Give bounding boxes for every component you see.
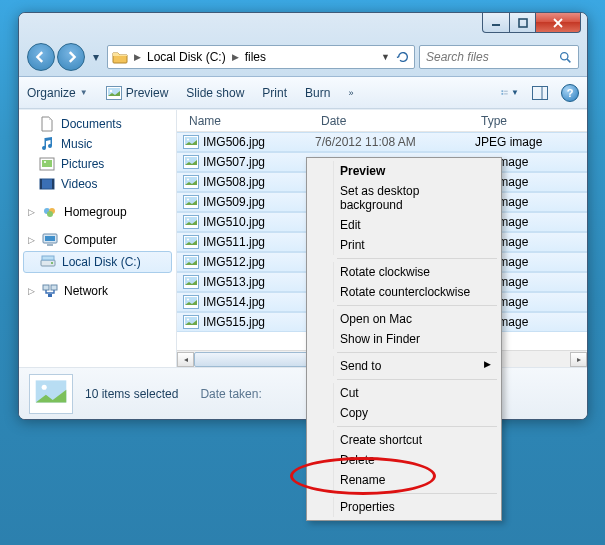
selection-count: 10 items selected (85, 387, 178, 401)
expand-icon[interactable]: ▷ (27, 286, 36, 296)
close-button[interactable] (535, 13, 581, 33)
file-name: IMG507.jpg (203, 155, 315, 169)
sidebar-item-network[interactable]: ▷ Network (19, 281, 176, 301)
preview-pane-toggle[interactable] (531, 84, 549, 102)
svg-rect-20 (52, 179, 54, 189)
breadcrumb-segment[interactable]: files (241, 50, 270, 64)
ctx-open-on-mac[interactable]: Open on Mac (333, 309, 499, 329)
breadcrumb-segment[interactable]: Local Disk (C:) (143, 50, 230, 64)
ctx-separator (337, 258, 497, 259)
address-bar[interactable]: ▶ Local Disk (C:) ▶ files ▼ (107, 45, 415, 69)
svg-rect-29 (42, 256, 54, 260)
ctx-copy[interactable]: Copy (333, 403, 499, 423)
preview-button[interactable]: Preview (106, 86, 169, 100)
context-menu: Preview Set as desktop background Edit P… (306, 157, 502, 521)
sidebar-item-documents[interactable]: Documents (19, 114, 176, 134)
address-dropdown[interactable]: ▼ (381, 52, 390, 62)
svg-point-17 (44, 161, 46, 163)
submenu-arrow-icon: ▶ (484, 359, 491, 369)
search-input[interactable]: Search files (419, 45, 579, 69)
sidebar-item-computer[interactable]: ▷ Computer (19, 230, 176, 250)
svg-point-56 (187, 278, 189, 280)
expand-icon[interactable]: ▷ (27, 235, 36, 245)
image-file-icon (183, 174, 199, 190)
sidebar-item-videos[interactable]: Videos (19, 174, 176, 194)
svg-rect-13 (533, 86, 548, 99)
back-button[interactable] (27, 43, 55, 71)
ctx-show-in-finder[interactable]: Show in Finder (333, 329, 499, 349)
ctx-edit[interactable]: Edit (333, 215, 499, 235)
view-options-button[interactable]: ▼ (501, 84, 519, 102)
ctx-rename[interactable]: Rename (333, 470, 499, 490)
sidebar-item-c-drive[interactable]: Local Disk (C:) (23, 251, 172, 273)
scroll-left-button[interactable]: ◂ (177, 352, 194, 367)
column-header-date[interactable]: Date (315, 114, 475, 128)
ctx-separator (337, 379, 497, 380)
svg-rect-32 (48, 294, 52, 297)
ctx-create-shortcut[interactable]: Create shortcut (333, 430, 499, 450)
scroll-right-button[interactable]: ▸ (570, 352, 587, 367)
ctx-cut[interactable]: Cut (333, 383, 499, 403)
svg-rect-1 (519, 19, 527, 27)
preview-icon (106, 86, 122, 100)
column-headers: Name Date Type (177, 110, 587, 132)
svg-point-4 (561, 52, 568, 59)
svg-point-65 (42, 384, 47, 389)
help-button[interactable]: ? (561, 84, 579, 102)
file-type: JPEG image (475, 135, 587, 149)
pictures-icon (39, 156, 55, 172)
ctx-send-to[interactable]: Send to▶ (333, 356, 499, 376)
sidebar-item-pictures[interactable]: Pictures (19, 154, 176, 174)
svg-rect-16 (42, 160, 52, 167)
maximize-button[interactable] (509, 13, 536, 33)
file-name: IMG512.jpg (203, 255, 315, 269)
toolbar-overflow[interactable]: » (348, 88, 353, 98)
svg-rect-25 (45, 236, 55, 241)
image-file-icon (183, 154, 199, 170)
svg-rect-10 (501, 93, 503, 95)
recent-locations-dropdown[interactable]: ▾ (89, 50, 103, 64)
svg-point-38 (187, 158, 189, 160)
sidebar-item-homegroup[interactable]: ▷ Homegroup (19, 202, 176, 222)
file-name: IMG511.jpg (203, 235, 315, 249)
selection-thumbnail (29, 374, 73, 414)
music-icon (39, 136, 55, 152)
ctx-rotate-ccw[interactable]: Rotate counterclockwise (333, 282, 499, 302)
svg-point-35 (187, 138, 189, 140)
ctx-print[interactable]: Print (333, 235, 499, 255)
videos-icon (39, 176, 55, 192)
drive-icon (40, 254, 56, 270)
navigation-bar: ▾ ▶ Local Disk (C:) ▶ files ▼ Search fil… (27, 43, 579, 71)
organize-menu[interactable]: Organize▼ (27, 86, 88, 100)
ctx-separator (337, 352, 497, 353)
refresh-icon[interactable] (396, 50, 410, 64)
ctx-properties[interactable]: Properties (333, 497, 499, 517)
ctx-rotate-cw[interactable]: Rotate clockwise (333, 262, 499, 282)
forward-button[interactable] (57, 43, 85, 71)
print-button[interactable]: Print (262, 86, 287, 100)
minimize-button[interactable] (482, 13, 510, 33)
file-name: IMG514.jpg (203, 295, 315, 309)
selection-meta-label: Date taken: (200, 387, 261, 401)
document-icon (39, 116, 55, 132)
ctx-set-desktop-background[interactable]: Set as desktop background (333, 181, 499, 215)
svg-point-62 (187, 318, 189, 320)
search-placeholder: Search files (426, 50, 489, 64)
svg-point-8 (109, 89, 111, 91)
svg-rect-18 (40, 179, 54, 189)
image-file-icon (183, 134, 199, 150)
burn-button[interactable]: Burn (305, 86, 330, 100)
svg-rect-19 (40, 179, 42, 189)
svg-point-50 (187, 238, 189, 240)
image-file-icon (183, 234, 199, 250)
file-row[interactable]: IMG506.jpg7/6/2012 11:08 AMJPEG image (177, 132, 587, 152)
ctx-delete[interactable]: Delete (333, 450, 499, 470)
ctx-separator (337, 305, 497, 306)
svg-rect-26 (47, 244, 53, 246)
slideshow-button[interactable]: Slide show (186, 86, 244, 100)
sidebar-item-music[interactable]: Music (19, 134, 176, 154)
column-header-type[interactable]: Type (475, 114, 587, 128)
ctx-preview[interactable]: Preview (333, 161, 499, 181)
column-header-name[interactable]: Name (183, 114, 315, 128)
expand-icon[interactable]: ▷ (27, 207, 36, 217)
